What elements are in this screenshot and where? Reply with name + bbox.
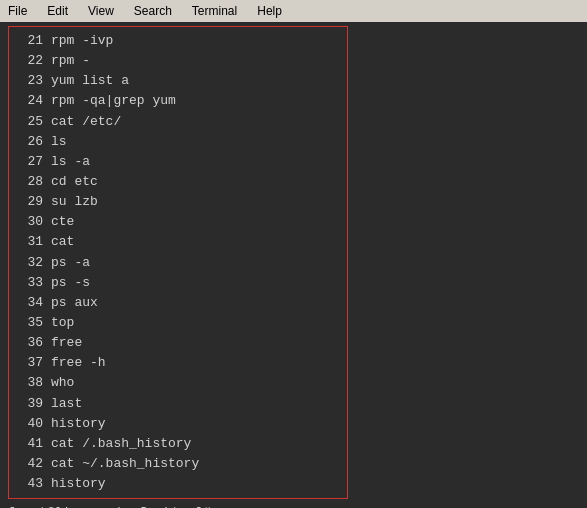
menu-edit[interactable]: Edit xyxy=(43,3,72,19)
command-text: cat ~/.bash_history xyxy=(51,454,199,474)
line-number: 33 xyxy=(15,273,51,293)
command-line: 22rpm - xyxy=(15,51,341,71)
command-text: yum list a xyxy=(51,71,129,91)
command-line: 31cat xyxy=(15,232,341,252)
menu-file[interactable]: File xyxy=(4,3,31,19)
line-number: 42 xyxy=(15,454,51,474)
line-number: 36 xyxy=(15,333,51,353)
command-text: ps aux xyxy=(51,293,98,313)
command-line: 26ls xyxy=(15,132,341,152)
command-text: free -h xyxy=(51,353,106,373)
command-line: 33ps -s xyxy=(15,273,341,293)
line-number: 28 xyxy=(15,172,51,192)
command-text: rpm - xyxy=(51,51,90,71)
terminal-content[interactable]: 21rpm -ivp22rpm -23yum list a24rpm -qa|g… xyxy=(0,22,587,508)
command-line: 23yum list a xyxy=(15,71,341,91)
command-text: cd etc xyxy=(51,172,98,192)
command-text: ps -s xyxy=(51,273,90,293)
line-number: 23 xyxy=(15,71,51,91)
line-number: 43 xyxy=(15,474,51,494)
line-number: 24 xyxy=(15,91,51,111)
command-line: 30cte xyxy=(15,212,341,232)
command-line: 35top xyxy=(15,313,341,333)
command-line: 25cat /etc/ xyxy=(15,112,341,132)
line-number: 25 xyxy=(15,112,51,132)
menu-bar: File Edit View Search Terminal Help xyxy=(0,0,587,22)
command-text: free xyxy=(51,333,82,353)
command-line: 38who xyxy=(15,373,341,393)
line-number: 35 xyxy=(15,313,51,333)
command-text: cat /.bash_history xyxy=(51,434,191,454)
line-number: 37 xyxy=(15,353,51,373)
command-line: 39last xyxy=(15,394,341,414)
command-text: last xyxy=(51,394,82,414)
command-line: 37free -h xyxy=(15,353,341,373)
line-number: 22 xyxy=(15,51,51,71)
line-number: 29 xyxy=(15,192,51,212)
command-list-box: 21rpm -ivp22rpm -23yum list a24rpm -qa|g… xyxy=(8,26,348,499)
command-text: su lzb xyxy=(51,192,98,212)
line-number: 39 xyxy=(15,394,51,414)
line-number: 34 xyxy=(15,293,51,313)
command-line: 32ps -a xyxy=(15,253,341,273)
command-text: cat /etc/ xyxy=(51,112,121,132)
command-text: ps -a xyxy=(51,253,90,273)
line-number: 38 xyxy=(15,373,51,393)
command-text: history xyxy=(51,474,106,494)
command-text: rpm -qa|grep yum xyxy=(51,91,176,111)
line-number: 21 xyxy=(15,31,51,51)
line-number: 40 xyxy=(15,414,51,434)
command-line: 42cat ~/.bash_history xyxy=(15,454,341,474)
menu-view[interactable]: View xyxy=(84,3,118,19)
command-line: 40history xyxy=(15,414,341,434)
command-text: ls -a xyxy=(51,152,90,172)
command-text: cat xyxy=(51,232,74,252)
command-line: 36free xyxy=(15,333,341,353)
line-number: 41 xyxy=(15,434,51,454)
menu-help[interactable]: Help xyxy=(253,3,286,19)
command-line: 21rpm -ivp xyxy=(15,31,341,51)
command-line: 28cd etc xyxy=(15,172,341,192)
command-line: 29su lzb xyxy=(15,192,341,212)
line-number: 30 xyxy=(15,212,51,232)
terminal-window: File Edit View Search Terminal Help 21rp… xyxy=(0,0,587,508)
menu-terminal[interactable]: Terminal xyxy=(188,3,241,19)
command-line: 27ls -a xyxy=(15,152,341,172)
line-number: 27 xyxy=(15,152,51,172)
command-line: 41cat /.bash_history xyxy=(15,434,341,454)
command-text: rpm -ivp xyxy=(51,31,113,51)
line-number: 26 xyxy=(15,132,51,152)
command-line: 43history xyxy=(15,474,341,494)
command-text: ls xyxy=(51,132,67,152)
command-text: top xyxy=(51,313,74,333)
line-number: 31 xyxy=(15,232,51,252)
command-line: 24rpm -qa|grep yum xyxy=(15,91,341,111)
command-text: cte xyxy=(51,212,74,232)
command-line: 34ps aux xyxy=(15,293,341,313)
command-text: history xyxy=(51,414,106,434)
menu-search[interactable]: Search xyxy=(130,3,176,19)
command-text: who xyxy=(51,373,74,393)
line-number: 32 xyxy=(15,253,51,273)
